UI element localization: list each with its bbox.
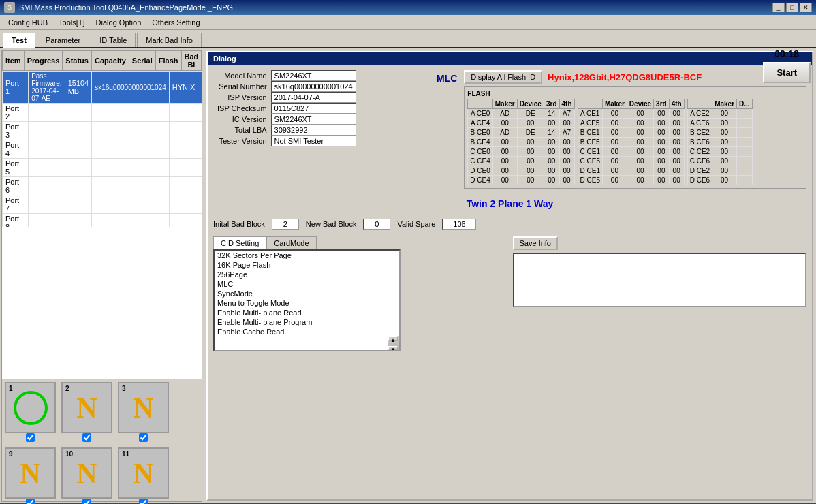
settings-list-item[interactable]: Menu to Toggle Mode xyxy=(215,298,399,308)
tab-test[interactable]: Test xyxy=(3,33,35,48)
table-row[interactable]: Port 7 xyxy=(3,195,202,214)
title-bar: S SMI Mass Production Tool Q0405A_Enhanc… xyxy=(0,0,816,15)
thumb-port-3[interactable]: 3 N xyxy=(118,382,169,433)
initial-bad-block-input[interactable] xyxy=(272,219,299,230)
start-button[interactable]: Start xyxy=(763,62,811,83)
settings-list-item[interactable]: Enable Multi- plane Program xyxy=(215,317,399,327)
flash-row: B CE100000000 xyxy=(578,128,684,138)
model-name-label: Model Name xyxy=(213,70,271,81)
flash-row: A CE100000000 xyxy=(578,109,684,119)
settings-list-item[interactable]: Enable Cache Read xyxy=(215,327,399,336)
isp-checksum-value: 0115C827 xyxy=(271,103,356,114)
table-row[interactable]: Port 1 Pass Firmware: 2017-04-07-AE 1510… xyxy=(3,72,202,104)
valid-spare-label: Valid Spare xyxy=(397,220,435,228)
thumb-row-1: 1 2 N 3 N xyxy=(5,382,199,442)
table-row[interactable]: Port 3 xyxy=(3,122,202,140)
flash-row: A CE200 xyxy=(687,109,752,119)
save-info-output xyxy=(513,253,807,307)
isp-checksum-label: ISP Checksum xyxy=(213,103,271,114)
menu-others-setting[interactable]: Others Setting xyxy=(146,17,205,28)
flash-row: D CE000000000 xyxy=(468,166,574,176)
dialog-content: Model Name SM2246XT Serial Number sk16q0… xyxy=(208,65,812,495)
tab-id-table[interactable]: ID Table xyxy=(91,33,136,47)
dialog-title: Dialog xyxy=(208,52,812,65)
hynix-info-text: Hynix,128Gbit,H27QDG8UDE5R-BCF xyxy=(548,72,702,82)
flash-tables-container: Maker Device 3rd 4th A CE0ADDE14A7A CE40… xyxy=(467,99,803,185)
menu-config-hub[interactable]: Config HUB xyxy=(3,17,53,28)
thumbnails-area: 1 2 N 3 N xyxy=(2,379,202,501)
settings-list-item[interactable]: 16K Page Flash xyxy=(215,260,399,270)
col-header-capacity: Capacity xyxy=(91,51,129,71)
main-content: Item Progress Status Capacity Serial Fla… xyxy=(0,48,816,503)
flash-row: D CE600 xyxy=(687,176,752,185)
flash-row: B CE400000000 xyxy=(468,138,574,147)
thumb-check-2[interactable] xyxy=(82,433,91,442)
sub-tab-cardmode[interactable]: CardMode xyxy=(266,236,316,249)
table-row[interactable]: Port 5 xyxy=(3,159,202,177)
menu-tools[interactable]: Tools[T] xyxy=(53,17,91,28)
tab-bar: Test Parameter ID Table Mark Bad Info xyxy=(0,30,816,48)
flash-row: C CE500000000 xyxy=(578,157,684,166)
flash-row: D CE100000000 xyxy=(578,166,684,176)
save-info-section: Save Info xyxy=(513,236,807,307)
table-row[interactable]: Port 2 xyxy=(3,104,202,122)
flash-col-2: Maker D... A CE200A CE600B CE200B CE600C… xyxy=(687,99,753,185)
thumb-check-3[interactable] xyxy=(139,433,148,442)
table-row[interactable]: Port 8 xyxy=(3,214,202,228)
flash-row: B CE200 xyxy=(687,128,752,138)
thumb-check-10[interactable] xyxy=(82,499,91,504)
tab-mark-bad-info[interactable]: Mark Bad Info xyxy=(137,33,201,47)
model-name-value: SM2246XT xyxy=(271,70,356,81)
minimize-button[interactable]: _ xyxy=(772,3,785,12)
scroll-up-btn[interactable]: ▲ xyxy=(388,336,398,341)
maximize-button[interactable]: □ xyxy=(786,3,798,12)
new-bad-block-label: New Bad Block xyxy=(306,220,357,228)
display-all-flash-btn[interactable]: Display All Flash ID xyxy=(464,70,542,84)
flash-row: D CE400000000 xyxy=(468,176,574,185)
bottom-section: CID Setting CardMode 32K Sectors Per Pag… xyxy=(213,236,806,490)
thumb-port-9[interactable]: 9 N xyxy=(5,447,56,499)
flash-row: A CE500000000 xyxy=(578,119,684,128)
port-table: Item Progress Status Capacity Serial Fla… xyxy=(2,50,202,379)
flash-row: B CE600 xyxy=(687,138,752,147)
table-row[interactable]: Port 6 xyxy=(3,177,202,195)
table-row[interactable]: Port 4 xyxy=(3,140,202,159)
settings-list-item[interactable]: Enable Multi- plane Read xyxy=(215,308,399,317)
flash-row: B CE500000000 xyxy=(578,138,684,147)
thumb-port-10[interactable]: 10 N xyxy=(61,447,112,499)
thumb-port-2[interactable]: 2 N xyxy=(61,382,112,433)
tester-version-value: Not SMI Tester xyxy=(271,136,356,146)
settings-list-item[interactable]: MLC xyxy=(215,279,399,289)
thumb-port-11[interactable]: 11 N xyxy=(118,447,169,499)
close-button[interactable]: ✕ xyxy=(800,3,812,12)
col-header-flash: Flash xyxy=(155,51,181,71)
thumb-check-1[interactable] xyxy=(26,433,35,442)
sub-tabs: CID Setting CardMode xyxy=(213,236,507,249)
thumb-port-1[interactable]: 1 xyxy=(5,382,56,433)
save-info-button[interactable]: Save Info xyxy=(513,236,558,250)
title-text: SMI Mass Production Tool Q0405A_EnhanceP… xyxy=(19,3,233,12)
settings-list-item[interactable]: 32K Sectors Per Page xyxy=(215,251,399,260)
isp-version-label: ISP Version xyxy=(213,92,271,103)
total-lba-label: Total LBA xyxy=(213,125,271,136)
tab-parameter[interactable]: Parameter xyxy=(37,33,89,47)
ic-version-value: SM2246XT xyxy=(271,114,356,125)
sub-tab-cid[interactable]: CID Setting xyxy=(213,236,266,249)
dialog-window: Dialog Model Name SM2246XT Serial Numb xyxy=(206,51,813,501)
thumb-check-11[interactable] xyxy=(139,499,148,504)
menu-dialog-option[interactable]: Dialog Option xyxy=(91,17,147,28)
col-header-status: Status xyxy=(63,51,92,71)
settings-list-item[interactable]: 256Page xyxy=(215,270,399,279)
col-header-item: Item xyxy=(3,51,25,71)
flash-row: A CE400000000 xyxy=(468,119,574,128)
scroll-down-btn[interactable]: ▼ xyxy=(388,346,398,350)
flash-row: C CE100000000 xyxy=(578,147,684,157)
total-lba-value: 30932992 xyxy=(271,125,356,136)
new-bad-block-input[interactable] xyxy=(363,219,390,230)
settings-list-item[interactable]: SyncMode xyxy=(215,289,399,298)
flash-row: A CE600 xyxy=(687,119,752,128)
valid-spare-input[interactable] xyxy=(442,219,476,230)
thumb-check-9[interactable] xyxy=(26,499,35,504)
flash-row: C CE600 xyxy=(687,157,752,166)
flash-section: MLC Display All Flash ID Hynix,128Gbit,H… xyxy=(437,70,806,191)
